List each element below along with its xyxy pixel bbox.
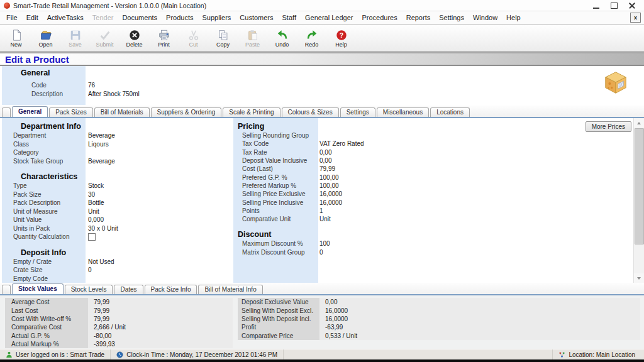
tab-suppliers-ordering[interactable]: Suppliers & Ordering (151, 107, 222, 117)
main-content: Department InfoDepartmentBeverageClassLi… (0, 118, 644, 283)
mdi-close-button[interactable]: x (630, 13, 641, 23)
stock-value-label: Deposit Exclusive Value (238, 298, 319, 306)
open-button[interactable]: Open (31, 29, 60, 48)
toolbar: NewOpenSaveSubmitDeletePrintCutCopyPaste… (0, 25, 644, 52)
menu-suppliers[interactable]: Suppliers (197, 14, 235, 21)
tab-general[interactable]: General (12, 106, 48, 117)
app-window: Smart-Trade Retail Management - Version … (0, 0, 644, 359)
field-label: Type (0, 182, 88, 189)
stock-value-value: 16,0000 (319, 306, 640, 314)
tab-dates[interactable]: Dates (114, 285, 143, 294)
menu-products[interactable]: Products (162, 14, 197, 21)
tab-bill-of-materials[interactable]: Bill of Materials (94, 107, 150, 117)
page-header: Edit a Product (0, 53, 644, 66)
redo-button[interactable]: Redo (297, 29, 326, 48)
scroll-up-icon[interactable] (634, 118, 644, 128)
menu-settings[interactable]: Settings (435, 14, 469, 21)
tab-bill-of-material-info[interactable]: Bill of Material Info (198, 285, 262, 294)
toolbar-button-label: Submit (96, 41, 113, 48)
stock-value-row: Average Cost79,99 (5, 298, 233, 306)
stock-value-row: Comparative Cost2,666 / Unit (5, 323, 233, 331)
tab-pack-size-info[interactable]: Pack Size Info (145, 285, 197, 294)
svg-text:?: ? (339, 31, 343, 38)
stock-value-value: 0,00 (319, 298, 640, 306)
field-row: Cost (Last)79,99 (233, 165, 513, 173)
menu-help[interactable]: Help (502, 14, 525, 21)
product-package-icon (602, 69, 629, 97)
field-label: Selling Price Inclusive (233, 199, 319, 206)
field-row: Crate Size0 (0, 266, 233, 275)
toolbar-button-label: Save (69, 41, 82, 48)
help-button[interactable]: ?Help (326, 29, 356, 48)
stock-value-label: Profit (238, 323, 319, 331)
print-button[interactable]: Print (149, 29, 179, 48)
field-value: Liqours (88, 141, 109, 148)
delete-button[interactable]: Delete (119, 29, 149, 48)
tab-miscellaneous[interactable]: Miscellaneous (377, 107, 429, 117)
stock-value-label: Actual Markup % (5, 340, 88, 348)
status-user-section: User logged on is : Smart Trade (0, 349, 111, 359)
tab-pack-sizes[interactable]: Pack Sizes (49, 107, 92, 117)
scrollbar-thumb[interactable] (635, 128, 644, 244)
new-button[interactable]: New (1, 29, 31, 48)
quantity-calculation-checkbox[interactable] (88, 233, 96, 241)
tab-stub (2, 285, 11, 294)
close-icon[interactable] (629, 3, 635, 9)
stock-value-row: Selling With Deposit Incl.16,0000 (238, 315, 640, 323)
stock-value-value: -399,93 (88, 340, 233, 348)
menu-activetasks[interactable]: ActiveTasks (43, 14, 88, 21)
field-row: Quantity Calculation (0, 233, 233, 241)
field-label: Tax Rate (233, 149, 319, 156)
bottom-tab-strip: Stock ValuesStock LevelsDatesPack Size I… (0, 283, 644, 295)
field-row: Code76 (0, 80, 606, 89)
cut-scissors-icon (187, 29, 200, 41)
stock-value-value: 2,666 / Unit (88, 323, 233, 331)
field-value: Not Used (88, 258, 114, 265)
field-label: Code (0, 82, 88, 89)
field-value: 30 (88, 191, 95, 198)
menu-documents[interactable]: Documents (118, 14, 162, 21)
toolbar-button-label: Help (335, 41, 347, 48)
vertical-scrollbar[interactable] (633, 118, 644, 283)
field-label: Stock Take Group (0, 158, 88, 165)
field-value: 0 (319, 249, 323, 256)
copy-button[interactable]: Copy (208, 29, 238, 48)
field-row: Unit Value0,000 (0, 216, 233, 224)
menu-window[interactable]: Window (469, 14, 502, 21)
menu-file[interactable]: File (2, 14, 22, 21)
field-label: Selling Rounding Group (233, 132, 319, 139)
field-label: Matrix Discount Group (233, 249, 319, 256)
field-label: Description (0, 90, 88, 97)
tab-stock-levels[interactable]: Stock Levels (65, 285, 113, 294)
field-value: 0 (88, 266, 92, 273)
field-row: Pack Size30 (0, 190, 233, 199)
field-row: ClassLiqours (0, 140, 233, 149)
menu-bar: FileEditActiveTasksTenderDocumentsProduc… (0, 11, 644, 25)
tab-scale-printing[interactable]: Scale & Printing (223, 107, 280, 117)
tab-settings[interactable]: Settings (340, 107, 375, 117)
field-value: 16,0000 (319, 190, 342, 197)
scroll-down-icon[interactable] (634, 273, 644, 283)
tab-colours-sizes[interactable]: Colours & Sizes (282, 107, 339, 117)
menu-edit[interactable]: Edit (22, 14, 43, 21)
menu-reports[interactable]: Reports (402, 14, 435, 21)
minimize-icon[interactable] (593, 3, 599, 9)
menu-general-ledger[interactable]: General Ledger (301, 14, 357, 21)
status-bar: User logged on is : Smart Trade Clock-in… (0, 349, 644, 359)
tab-locations[interactable]: Locations (430, 107, 470, 117)
field-row: Selling Price Inclusive16,0000 (233, 198, 513, 206)
stock-value-value: -80,00 (88, 332, 233, 340)
new-document-icon (10, 29, 23, 41)
field-value: Beverage (88, 158, 115, 165)
menu-staff[interactable]: Staff (278, 14, 301, 21)
maximize-icon[interactable] (611, 3, 618, 9)
menu-customers[interactable]: Customers (235, 14, 277, 21)
stock-value-row: Actual Markup %-399,93 (5, 340, 233, 348)
menu-procedures[interactable]: Procedures (357, 14, 401, 21)
undo-button[interactable]: Undo (267, 29, 297, 48)
stock-value-row: Cost With Write-off %79,99 (5, 315, 233, 323)
stock-value-value: 79,99 (88, 298, 233, 306)
tab-stock-values[interactable]: Stock Values (12, 283, 64, 294)
field-label: Pack Size (0, 191, 88, 198)
more-prices-button[interactable]: More Prices (586, 121, 631, 132)
